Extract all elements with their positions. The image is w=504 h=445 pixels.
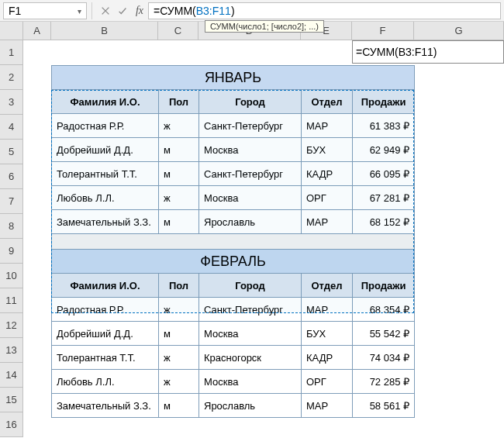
cell-sex[interactable]: м [159, 394, 199, 418]
cell-sex[interactable]: ж [159, 114, 199, 138]
cell-sex[interactable]: м [159, 322, 199, 346]
formula-ref: B3:F11 [196, 5, 231, 17]
cell-city[interactable]: Санкт-Петербург [199, 114, 302, 138]
row-header-11[interactable]: 11 [0, 288, 23, 313]
row-header-3[interactable]: 3 [0, 90, 23, 115]
cell-dept[interactable]: МАР [302, 394, 353, 418]
row-header-12[interactable]: 12 [0, 313, 23, 338]
cell-sales[interactable]: 67 281 ₽ [353, 186, 415, 210]
cell-sex[interactable]: ж [159, 298, 199, 322]
cell-sales[interactable]: 68 354 ₽ [353, 298, 415, 322]
col-sales-2: Продажи [353, 274, 415, 298]
table-row: Толерантный Т.Т.мСанкт-ПетербургКАДР66 0… [52, 162, 415, 186]
cell-sex[interactable]: ж [159, 370, 199, 394]
table-row: Любовь Л.Л.жМоскваОРГ67 281 ₽ [52, 186, 415, 210]
row-header-6[interactable]: 6 [0, 164, 23, 189]
col-header-B[interactable]: B [51, 22, 158, 40]
row-header-1[interactable]: 1 [0, 40, 23, 65]
cell-dept[interactable]: БУХ [302, 138, 353, 162]
cell-name[interactable]: Любовь Л.Л. [52, 370, 159, 394]
active-cell-editor[interactable]: =СУММ(B3:F11) [352, 40, 504, 64]
col-name: Фамилия И.О. [52, 90, 159, 114]
cell-sex[interactable]: ж [159, 186, 199, 210]
cell-sex[interactable]: м [159, 210, 199, 234]
cell-dept[interactable]: БУХ [302, 322, 353, 346]
cell-sales[interactable]: 61 383 ₽ [353, 114, 415, 138]
cell-dept[interactable]: КАДР [302, 162, 353, 186]
cell-name[interactable]: Добрейший Д.Д. [52, 138, 159, 162]
table-row: Радостная Р.Р.жСанкт-ПетербургМАР68 354 … [52, 298, 415, 322]
divider [91, 2, 92, 19]
cell-name[interactable]: Добрейший Д.Д. [52, 322, 159, 346]
header-row-2: Фамилия И.О. Пол Город Отдел Продажи [52, 274, 415, 298]
row-header-14[interactable]: 14 [0, 363, 23, 388]
cell-dept[interactable]: ОРГ [302, 370, 353, 394]
row-header-column: 12345678910111213141516 [0, 22, 23, 445]
cells-area[interactable]: =СУММ(B3:F11) ЯНВАРЬ Фамилия И.О. Пол Го… [23, 40, 504, 445]
col-header-G[interactable]: G [414, 22, 504, 40]
cell-city[interactable]: Санкт-Петербург [199, 298, 302, 322]
cell-sales[interactable]: 66 095 ₽ [353, 162, 415, 186]
month2-title: ФЕВРАЛЬ [52, 250, 415, 274]
cell-name[interactable]: Толерантный Т.Т. [52, 162, 159, 186]
cell-city[interactable]: Москва [199, 186, 302, 210]
insert-function-button[interactable]: fx [131, 2, 148, 19]
row-header-5[interactable]: 5 [0, 140, 23, 164]
row-header-10[interactable]: 10 [0, 264, 23, 288]
cell-name[interactable]: Замечательный З.З. [52, 210, 159, 234]
col-header-C[interactable]: C [158, 22, 198, 40]
cell-sales[interactable]: 62 949 ₽ [353, 138, 415, 162]
cell-sales[interactable]: 72 285 ₽ [353, 370, 415, 394]
col-header-A[interactable]: A [23, 22, 51, 40]
cell-sales[interactable]: 74 034 ₽ [353, 346, 415, 370]
cell-dept[interactable]: МАР [302, 210, 353, 234]
row-header-15[interactable]: 15 [0, 388, 23, 412]
cell-sales[interactable]: 68 152 ₽ [353, 210, 415, 234]
cell-city[interactable]: Москва [199, 370, 302, 394]
cell-city[interactable]: Ярославль [199, 210, 302, 234]
cell-name[interactable]: Толерантная Т.Т. [52, 346, 159, 370]
cell-sex[interactable]: ж [159, 346, 199, 370]
row-header-8[interactable]: 8 [0, 214, 23, 239]
name-box[interactable]: F1 ▾ [3, 2, 87, 19]
cell-sex[interactable]: м [159, 138, 199, 162]
row-header-13[interactable]: 13 [0, 338, 23, 363]
col-dept-2: Отдел [302, 274, 353, 298]
select-all-corner[interactable] [0, 22, 23, 40]
col-sex-2: Пол [159, 274, 199, 298]
cell-sales[interactable]: 58 561 ₽ [353, 394, 415, 418]
month1-title: ЯНВАРЬ [52, 66, 415, 90]
cell-city[interactable]: Санкт-Петербург [199, 162, 302, 186]
formula-eq: = [154, 5, 160, 17]
row-header-16[interactable]: 16 [0, 412, 23, 437]
spacer-row [52, 234, 415, 250]
enter-icon[interactable] [114, 2, 131, 19]
col-header-F[interactable]: F [352, 22, 414, 40]
cell-name[interactable]: Замечательный З.З. [52, 394, 159, 418]
cancel-icon[interactable] [97, 2, 114, 19]
cell-name[interactable]: Радостная Р.Р. [52, 114, 159, 138]
cell-dept[interactable]: МАР [302, 114, 353, 138]
cell-city[interactable]: Москва [199, 322, 302, 346]
cell-dept[interactable]: КАДР [302, 346, 353, 370]
row-header-7[interactable]: 7 [0, 189, 23, 214]
cell-name[interactable]: Радостная Р.Р. [52, 298, 159, 322]
formula-bar: F1 ▾ fx =СУММ(B3:F11) СУММ(число1; [числ… [0, 0, 504, 22]
cell-sales[interactable]: 55 542 ₽ [353, 322, 415, 346]
formula-input[interactable]: =СУММ(B3:F11) СУММ(число1; [число2]; ...… [148, 2, 501, 19]
cell-dept[interactable]: МАР [302, 298, 353, 322]
cell-city[interactable]: Ярославль [199, 394, 302, 418]
cell-name[interactable]: Любовь Л.Л. [52, 186, 159, 210]
row-header-9[interactable]: 9 [0, 239, 23, 264]
table-row: Замечательный З.З.мЯрославльМАР58 561 ₽ [52, 394, 415, 418]
cell-city[interactable]: Красногорск [199, 346, 302, 370]
col-sales: Продажи [353, 90, 415, 114]
table-row: Толерантная Т.Т.жКрасногорскКАДР74 034 ₽ [52, 346, 415, 370]
row-header-2[interactable]: 2 [0, 65, 23, 90]
cell-dept[interactable]: ОРГ [302, 186, 353, 210]
chevron-down-icon[interactable]: ▾ [74, 6, 85, 17]
table-row: Радостная Р.Р.жСанкт-ПетербургМАР61 383 … [52, 114, 415, 138]
row-header-4[interactable]: 4 [0, 115, 23, 140]
cell-city[interactable]: Москва [199, 138, 302, 162]
cell-sex[interactable]: м [159, 162, 199, 186]
